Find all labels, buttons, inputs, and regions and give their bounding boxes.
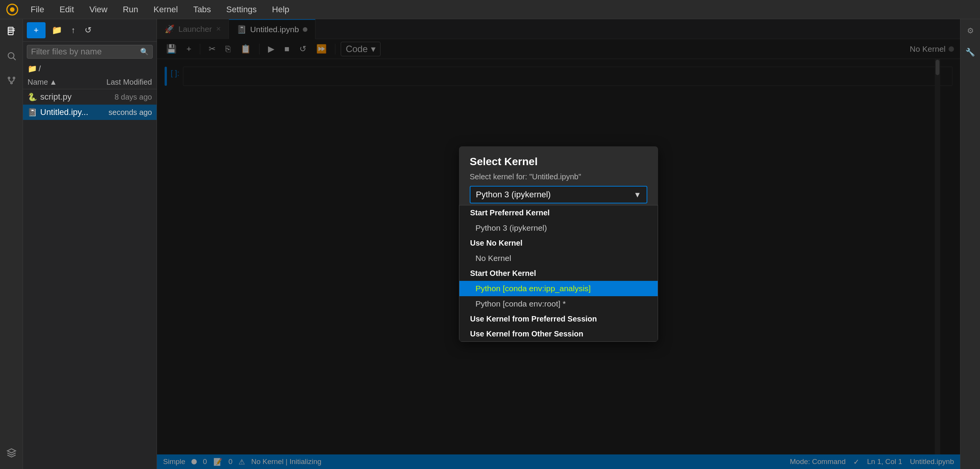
editor-area: 🚀 Launcher ✕ 📓 Untitled.ipynb 💾 + ✂ ⎘ 📋 … xyxy=(157,19,960,469)
sidebar-toolbar: + 📁 ↑ ↺ xyxy=(23,19,157,42)
svg-line-4 xyxy=(13,58,15,60)
activity-extensions-icon[interactable] xyxy=(3,444,20,461)
svg-point-7 xyxy=(10,82,12,84)
modal-overlay: Select Kernel Select kernel for: "Untitl… xyxy=(157,19,960,469)
file-name: Untitled.ipy... xyxy=(40,107,91,117)
upload-button[interactable]: ↑ xyxy=(68,23,78,38)
group-label-preferred-session: Use Kernel from Preferred Session xyxy=(459,312,658,326)
activity-bar xyxy=(0,19,23,469)
refresh-button[interactable]: ↺ xyxy=(82,23,95,38)
activity-search-icon[interactable] xyxy=(3,48,20,64)
column-name[interactable]: Name ▲ xyxy=(28,78,91,87)
svg-point-6 xyxy=(13,77,15,79)
svg-point-1 xyxy=(10,7,15,12)
right-settings-icon[interactable]: ⚙ xyxy=(964,23,977,38)
kernel-option-no-kernel[interactable]: No Kernel xyxy=(459,251,658,266)
kernel-dropdown[interactable]: Python 3 (ipykernel) ▼ xyxy=(470,186,647,203)
file-item[interactable]: 📓 Untitled.ipy... seconds ago xyxy=(23,105,157,120)
group-label-no-kernel: Use No Kernel xyxy=(459,236,658,251)
sort-icon: ▲ xyxy=(49,78,57,87)
svg-point-3 xyxy=(8,52,14,58)
column-modified: Last Modified xyxy=(91,78,152,87)
file-list-header: Name ▲ Last Modified xyxy=(23,75,157,89)
activity-git-icon[interactable] xyxy=(3,72,20,89)
menu-help[interactable]: Help xyxy=(269,3,292,16)
menu-run[interactable]: Run xyxy=(120,3,141,16)
dropdown-chevron-icon: ▼ xyxy=(634,190,641,199)
new-folder-button[interactable]: 📁 xyxy=(49,23,65,38)
kernel-option-ipp-analysis[interactable]: Python [conda env:ipp_analysis] xyxy=(459,281,658,296)
kernel-option-python3[interactable]: Python 3 (ipykernel) xyxy=(459,220,658,236)
group-label-other-kernel: Start Other Kernel xyxy=(459,266,658,281)
menu-settings[interactable]: Settings xyxy=(223,3,260,16)
activity-files-icon[interactable] xyxy=(3,23,20,40)
plus-icon: + xyxy=(34,25,39,35)
modal-title: Select Kernel xyxy=(459,146,658,172)
menu-kernel[interactable]: Kernel xyxy=(150,3,181,16)
menu-file[interactable]: File xyxy=(28,3,47,16)
kernel-option-root[interactable]: Python [conda env:root] * xyxy=(459,296,658,312)
file-item[interactable]: 🐍 script.py 8 days ago xyxy=(23,89,157,105)
breadcrumb: 📁 / xyxy=(23,62,157,75)
right-gear2-icon[interactable]: 🔧 xyxy=(962,44,978,60)
menu-edit[interactable]: Edit xyxy=(56,3,77,16)
kernel-dropdown-list: Start Preferred Kernel Python 3 (ipykern… xyxy=(459,205,658,342)
search-icon: 🔍 xyxy=(140,48,149,56)
menubar: File Edit View Run Kernel Tabs Settings … xyxy=(0,0,980,19)
search-box[interactable]: 🔍 xyxy=(27,45,153,59)
modal-subtitle: Select kernel for: "Untitled.ipynb" xyxy=(459,172,658,186)
new-file-button[interactable]: + xyxy=(27,22,46,38)
menu-view[interactable]: View xyxy=(86,3,110,16)
kernel-selected-value: Python 3 (ipykernel) xyxy=(476,190,634,200)
app-logo xyxy=(6,3,18,16)
python-file-icon: 🐍 xyxy=(28,92,37,102)
group-label-other-session: Use Kernel from Other Session xyxy=(459,326,658,341)
search-input[interactable] xyxy=(31,47,140,57)
svg-point-5 xyxy=(8,77,10,79)
file-modified: 8 days ago xyxy=(91,93,152,102)
select-kernel-modal: Select Kernel Select kernel for: "Untitl… xyxy=(459,146,658,342)
group-label-preferred: Start Preferred Kernel xyxy=(459,205,658,220)
main-layout: + 📁 ↑ ↺ 🔍 📁 / Name ▲ Last Modified 🐍 scr… xyxy=(0,19,980,469)
file-name: script.py xyxy=(40,92,91,102)
file-modified: seconds ago xyxy=(91,108,152,117)
right-bar: ⚙ 🔧 xyxy=(960,19,980,469)
file-browser: + 📁 ↑ ↺ 🔍 📁 / Name ▲ Last Modified 🐍 scr… xyxy=(23,19,157,469)
notebook-file-icon: 📓 xyxy=(28,108,37,117)
folder-icon: 📁 xyxy=(28,64,37,73)
menu-tabs[interactable]: Tabs xyxy=(190,3,214,16)
